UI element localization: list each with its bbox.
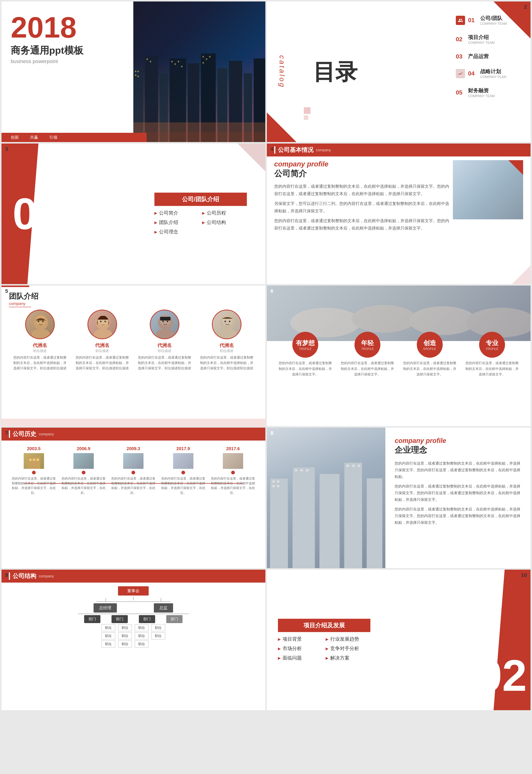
slide-1: 2018 商务通用ppt模板 business powerpoint — [1, 1, 265, 142]
menu-icon-1 — [456, 16, 465, 25]
slide-10: 10 02 项目介绍及发展 ▶ 项目背景 ▶ 行业发展趋势 ▶ 市场分析 — [267, 570, 531, 710]
arrow-icon-4: ▶ — [202, 220, 205, 225]
svg-point-43 — [218, 329, 237, 339]
bottom-tags-bar: 创新 共赢 引领 — [1, 133, 147, 142]
svg-rect-55 — [270, 478, 288, 568]
member-name-3: 代洲名 — [157, 342, 172, 349]
org-connector-2 — [78, 614, 189, 614]
svg-rect-59 — [367, 478, 382, 568]
section-menu-item-1: ▶ 公司简介 — [154, 210, 199, 216]
member-desc-1: 您的内容打在这里，或者通过复制整制的文本后，在此框中选择粘贴，并选择只保留文字。… — [13, 355, 67, 371]
slide9-title-en: company — [39, 574, 54, 578]
tl-image-4 — [173, 453, 193, 469]
svg-rect-51 — [27, 457, 40, 469]
section-menu-box: 公司/团队介绍 ▶ 公司简介 ▶ 公司历程 ▶ 团队介绍 ▶ 公司结构 — [154, 193, 247, 235]
section-menu-text-5: 公司理念 — [159, 229, 178, 235]
member-avatar-4 — [212, 310, 241, 339]
member-role-3: 职位描述 — [158, 349, 171, 353]
enterprise-title-cn: 企业理念 — [395, 445, 521, 456]
svg-rect-21 — [206, 58, 207, 60]
svg-rect-13 — [138, 76, 139, 77]
svg-point-37 — [156, 329, 175, 339]
slide1-subtitle: business powerpoint — [11, 58, 137, 64]
section-menu-item-2: ▶ 公司历程 — [202, 210, 247, 216]
value-circle-2: 年轻 TROFILE — [354, 332, 380, 358]
catalog-cn-text: 目录 — [313, 61, 357, 83]
slide7-header-bar: 公司历史 company — [1, 428, 265, 441]
bottom-right-decoration — [512, 266, 531, 284]
org-pos-4-2: 职位 — [151, 632, 165, 639]
svg-rect-61 — [277, 480, 279, 483]
menu-en-2: COMPANY TEAM — [468, 41, 495, 45]
menu-item-2: 02 项目介绍 COMPANY TEAM — [453, 32, 523, 47]
presentation-grid: 2018 商务通用ppt模板 business powerpoint — [0, 0, 532, 712]
svg-rect-25 — [133, 132, 265, 142]
slide10-menu-text-5: 面临问题 — [283, 655, 302, 661]
slide7-title-en: company — [39, 432, 54, 436]
slide10-arrow-6: ▶ — [326, 656, 328, 660]
slide10-menu-grid: ▶ 项目背景 ▶ 行业发展趋势 ▶ 市场分析 ▶ 竞争对手分析 ▶ 面临问题 — [278, 636, 370, 661]
value-en-3: EROFILE — [423, 347, 436, 351]
org-vline-right — [161, 598, 161, 601]
slide-number-8: 8 — [271, 430, 273, 436]
svg-rect-65 — [300, 469, 303, 471]
value-cn-4: 专业 — [486, 339, 498, 347]
svg-point-40 — [162, 321, 164, 322]
member-desc-4: 您的内容打在这里，或者通过复制整制的文本后，在此框中选择粘贴，并选择只保留文字。… — [199, 355, 254, 371]
slide-number-4: 4 — [271, 146, 273, 152]
slide10-menu-box: 项目介绍及发展 ▶ 项目背景 ▶ 行业发展趋势 ▶ 市场分析 ▶ 竞争对手分析 — [278, 619, 370, 661]
pink-square-1 — [304, 107, 310, 114]
svg-rect-18 — [178, 61, 179, 62]
org-pos-2-3: 职位 — [118, 640, 132, 647]
tag-1: 创新 — [11, 135, 19, 140]
header-bar-accent — [274, 146, 275, 154]
company-image — [453, 160, 523, 219]
slide5-header: 团队介绍 company — [9, 291, 38, 307]
tl-text-3: 您的内容打在这里，或者通过复制整制的文本后，在此框中选择粘贴，并选择只保留文字，… — [111, 476, 156, 495]
arrow-icon-5: ▶ — [154, 230, 157, 234]
values-section: 有梦想 TROFILE 您的内容打在这里，或者通过复制整制的文本后，在此框中选择… — [267, 332, 531, 377]
menu-en-5: COMPANY TEAM — [468, 94, 495, 98]
menu-texts-4: 战略计划 COMPANY PLAN — [480, 68, 506, 79]
slide4-main-content: company profile 公司简介 您的内容打在这里，或者通过复制整制的文… — [274, 160, 523, 277]
svg-point-45 — [224, 321, 226, 322]
slide10-arrow-4: ▶ — [326, 646, 328, 651]
slide10-menu-text-3: 市场分析 — [283, 645, 302, 652]
member-avatar-2 — [87, 310, 117, 339]
menu-cn-5: 财务融资 — [468, 87, 495, 94]
slide10-menu-text-6: 解决方案 — [330, 655, 349, 661]
tl-dot-2 — [82, 471, 85, 474]
avatar-svg-1 — [26, 310, 55, 339]
enterprise-profile-en: company profile — [395, 437, 521, 445]
timeline-item-4: 2017.9 您的内容打在这里，或者通过复制整制的文本后，在此框中选择粘贴，并选… — [161, 446, 205, 495]
slide-number-6: 6 — [271, 288, 273, 294]
svg-rect-20 — [203, 56, 204, 58]
section-number-01: 01 — [13, 192, 62, 236]
org-gm: 总经理 — [94, 603, 117, 613]
svg-rect-12 — [135, 74, 136, 76]
svg-rect-64 — [295, 469, 297, 471]
menu-num-1: 01 — [468, 17, 477, 24]
slide10-arrow-5: ▶ — [278, 656, 281, 660]
org-col-2: 职位 职位 职位 — [118, 624, 132, 647]
org-supervisor: 总监 — [154, 603, 173, 613]
svg-rect-68 — [352, 465, 355, 467]
org-col-3: 职位 职位 职位 — [135, 624, 148, 647]
team-member-3: 代洲名 职位描述 您的内容打在这里，或者通过复制整制的文本后，在此框中选择粘贴，… — [137, 310, 192, 371]
value-item-3: 创造 EROFILE 您的内容打在这里，或者通过复制整制的文本后，在此框中选择粘… — [402, 332, 457, 377]
value-desc-4: 您的内容打在这里，或者通过复制整制的文本后，在此框中选择粘贴，并选择只保留文字。 — [465, 360, 519, 377]
profile-en-title: company profile — [274, 160, 453, 168]
slide10-menu-item-6: ▶ 解决方案 — [326, 655, 370, 661]
svg-point-35 — [104, 321, 106, 322]
member-name-2: 代洲名 — [95, 342, 109, 349]
org-pos-2-2: 职位 — [118, 632, 132, 639]
slide-7: 7 公司历史 company 2003.5 — [1, 428, 265, 568]
slide7-header-accent — [9, 430, 10, 438]
tl-dot-5 — [231, 471, 235, 474]
svg-rect-39 — [160, 317, 170, 321]
org-pos-2-1: 职位 — [118, 624, 132, 631]
svg-rect-15 — [150, 61, 151, 62]
svg-rect-57 — [319, 474, 340, 568]
value-item-4: 专业 YROFILE 您的内容打在这里，或者通过复制整制的文本后，在此框中选择粘… — [465, 332, 519, 377]
org-level3: 部门 部门 部门 部门 — [84, 615, 183, 623]
